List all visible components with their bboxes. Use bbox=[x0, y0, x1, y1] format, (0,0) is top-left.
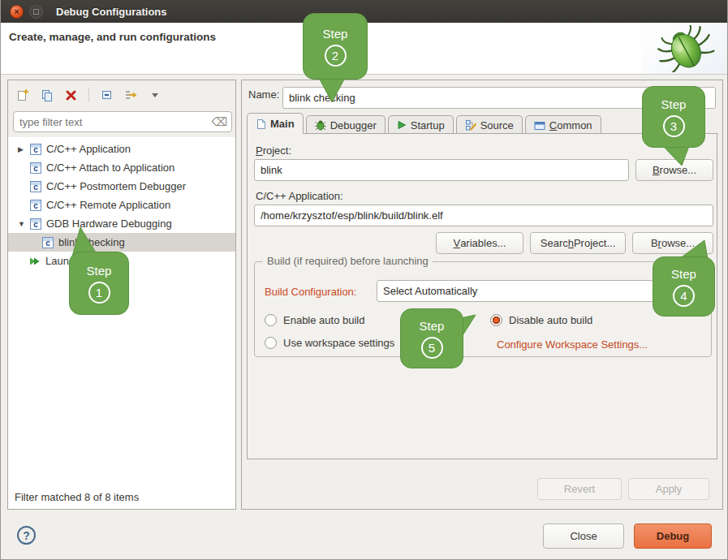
cpp-config-icon: c bbox=[30, 162, 41, 174]
common-tab-icon bbox=[534, 120, 545, 131]
debug-configurations-dialog: × Debug Configurations Create, manage, a… bbox=[0, 0, 728, 560]
radio-unselected-icon[interactable] bbox=[265, 337, 277, 349]
help-icon: ? bbox=[23, 529, 30, 542]
window-maximize-button[interactable] bbox=[29, 5, 43, 19]
step-label: Step bbox=[661, 97, 687, 111]
disable-auto-build-label: Disable auto build bbox=[509, 314, 592, 326]
cpp-application-input[interactable] bbox=[254, 205, 713, 226]
tree-item-cpp-postmortem[interactable]: c C/C++ Postmortem Debugger bbox=[8, 177, 235, 196]
use-workspace-settings-label: Use workspace settings bbox=[283, 337, 394, 349]
disable-auto-build-option[interactable]: Disable auto build bbox=[490, 314, 592, 326]
tree-item-label: blink checking bbox=[58, 236, 125, 248]
tree-item-label: C/C++ Attach to Application bbox=[46, 162, 174, 174]
toolbar-separator bbox=[88, 88, 89, 102]
tab-main[interactable]: Main bbox=[247, 113, 304, 134]
step-1-callout: Step 1 bbox=[69, 252, 129, 315]
step-number-badge: 4 bbox=[673, 285, 695, 307]
browse-application-button[interactable]: Browse... bbox=[632, 232, 713, 254]
browse-project-button[interactable]: Browse... bbox=[635, 159, 713, 181]
duplicate-configuration-button[interactable] bbox=[37, 85, 57, 105]
window-title: Debug Configurations bbox=[56, 6, 167, 18]
collapse-all-icon bbox=[99, 88, 114, 102]
cpp-config-icon: c bbox=[30, 200, 41, 211]
name-label: Name: bbox=[248, 88, 279, 101]
build-before-launch-group: Build (if required) before launching Bui… bbox=[254, 261, 712, 357]
banner-heading: Create, manage, and run configurations bbox=[9, 31, 216, 43]
step-number-badge: 1 bbox=[88, 282, 110, 304]
apply-button[interactable]: Apply bbox=[628, 478, 709, 500]
chevron-right-icon[interactable]: ▶ bbox=[18, 145, 28, 153]
revert-button[interactable]: Revert bbox=[537, 478, 622, 500]
step-5-callout: Step 5 bbox=[400, 308, 463, 368]
tab-debugger[interactable]: Debugger bbox=[306, 115, 386, 134]
tab-label: Common bbox=[549, 119, 592, 131]
tree-item-label: C/C++ Application bbox=[46, 143, 131, 155]
close-icon: × bbox=[14, 7, 19, 16]
step-label: Step bbox=[87, 264, 112, 278]
tab-common[interactable]: Common bbox=[525, 115, 601, 134]
main-tab-icon bbox=[256, 118, 266, 130]
enable-auto-build-option[interactable]: Enable auto build bbox=[265, 314, 364, 326]
cpp-config-icon: c bbox=[30, 218, 41, 230]
close-button[interactable]: Close bbox=[543, 523, 624, 549]
delete-configuration-button[interactable] bbox=[62, 85, 81, 105]
step-number-badge: 2 bbox=[325, 45, 347, 67]
tree-item-gdb-hardware[interactable]: ▼ c GDB Hardware Debugging bbox=[8, 214, 235, 233]
tree-item-cpp-remote[interactable]: c C/C++ Remote Application bbox=[8, 196, 235, 214]
tree-item-cpp-application[interactable]: ▶ c C/C++ Application bbox=[8, 140, 235, 158]
step-number-badge: 3 bbox=[663, 115, 685, 137]
tab-source[interactable]: Source bbox=[456, 115, 523, 134]
duplicate-configuration-icon bbox=[40, 88, 54, 102]
tree-item-label: C/C++ Postmortem Debugger bbox=[46, 180, 186, 192]
delete-configuration-icon bbox=[64, 88, 79, 102]
build-group-title: Build (if required) before launching bbox=[263, 255, 433, 267]
use-workspace-settings-option[interactable]: Use workspace settings bbox=[265, 337, 394, 349]
filter-icon bbox=[123, 88, 138, 102]
debugger-tab-icon bbox=[315, 119, 326, 131]
tab-startup[interactable]: Startup bbox=[388, 115, 454, 134]
configure-workspace-settings-link[interactable]: Configure Workspace Settings... bbox=[497, 338, 648, 351]
cpp-config-icon: c bbox=[42, 237, 54, 248]
new-configuration-icon bbox=[15, 88, 30, 102]
step-label: Step bbox=[671, 267, 696, 281]
radio-selected-icon[interactable] bbox=[490, 314, 502, 326]
cpp-config-icon: c bbox=[30, 144, 41, 155]
help-button[interactable]: ? bbox=[17, 526, 36, 545]
clear-filter-icon[interactable]: ⌫ bbox=[211, 115, 227, 128]
build-configuration-value: Select Automatically bbox=[383, 285, 477, 297]
tree-item-cpp-attach[interactable]: c C/C++ Attach to Application bbox=[8, 158, 235, 177]
project-input[interactable] bbox=[254, 159, 629, 181]
step-label: Step bbox=[420, 319, 445, 333]
editor-tabbar: Main Debugger Startup bbox=[247, 113, 601, 134]
tab-label: Source bbox=[480, 119, 514, 131]
filter-configurations-button[interactable] bbox=[121, 85, 140, 105]
step-3-callout: Step 3 bbox=[642, 86, 705, 148]
filter-field-wrap: ⌫ bbox=[13, 111, 232, 132]
tree-item-label: GDB Hardware Debugging bbox=[46, 218, 172, 230]
source-tab-icon bbox=[465, 119, 476, 131]
tab-label: Startup bbox=[411, 119, 445, 131]
tree-item-label: C/C++ Remote Application bbox=[46, 199, 170, 211]
chevron-down-icon[interactable]: ▼ bbox=[18, 220, 28, 228]
collapse-all-button[interactable] bbox=[97, 85, 116, 105]
step-label: Step bbox=[323, 27, 348, 41]
filter-input[interactable] bbox=[13, 111, 232, 132]
enable-auto-build-label: Enable auto build bbox=[283, 314, 364, 326]
debug-button[interactable]: Debug bbox=[634, 523, 712, 549]
configurations-toolbar: ⌫ bbox=[8, 80, 235, 137]
maximize-icon bbox=[33, 9, 39, 15]
tab-label: Main bbox=[270, 118, 295, 130]
chevron-down-icon bbox=[150, 90, 160, 100]
window-close-button[interactable]: × bbox=[10, 5, 24, 19]
radio-unselected-icon[interactable] bbox=[265, 314, 277, 326]
search-project-button[interactable]: Search Project... bbox=[530, 232, 626, 254]
step-4-callout: Step 4 bbox=[653, 256, 715, 317]
variables-button[interactable]: Variables... bbox=[436, 232, 523, 254]
new-configuration-button[interactable] bbox=[13, 85, 32, 105]
filter-status-text: Filter matched 8 of 8 items bbox=[8, 485, 235, 509]
bug-icon bbox=[650, 25, 720, 72]
tree-item-blink-checking[interactable]: c blink checking bbox=[8, 233, 235, 252]
cpp-application-label: C/C++ Application: bbox=[256, 190, 343, 202]
toolbar-menu-button[interactable] bbox=[145, 85, 165, 105]
build-configuration-label: Build Configuration: bbox=[265, 286, 356, 298]
